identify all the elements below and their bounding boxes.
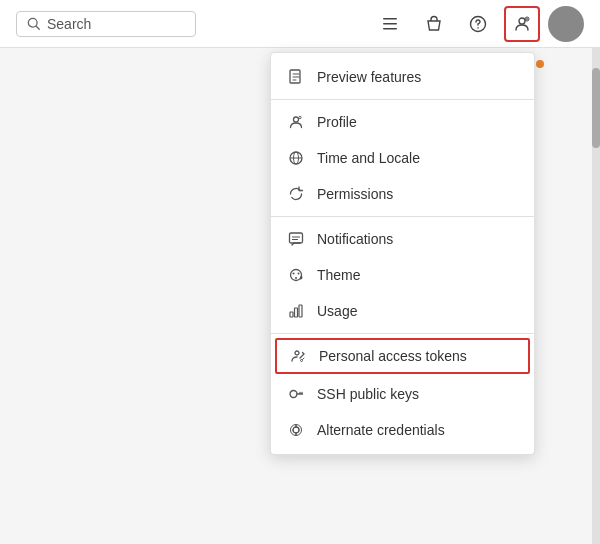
- refresh-icon: [287, 185, 305, 203]
- svg-point-7: [519, 18, 525, 24]
- person-icon: [287, 113, 305, 131]
- dropdown-item-alternate-credentials[interactable]: Alternate credentials: [271, 412, 534, 448]
- shopping-bag-icon: [425, 15, 443, 33]
- svg-line-29: [303, 358, 305, 360]
- ssh-public-keys-label: SSH public keys: [317, 386, 419, 402]
- divider-2: [271, 216, 534, 217]
- dropdown-item-ssh-public-keys[interactable]: SSH public keys: [271, 376, 534, 412]
- help-icon: [469, 15, 487, 33]
- profile-label: Profile: [317, 114, 357, 130]
- dropdown-item-notifications[interactable]: Notifications: [271, 221, 534, 257]
- key-person-icon: [289, 347, 307, 365]
- svg-rect-26: [299, 305, 302, 317]
- svg-point-22: [298, 273, 300, 275]
- bag-icon-button[interactable]: [416, 6, 452, 42]
- content-area: Preview features Profile: [0, 48, 600, 544]
- user-settings-icon-button[interactable]: [504, 6, 540, 42]
- user-settings-icon: [513, 15, 531, 33]
- scrollbar-track[interactable]: [592, 48, 600, 544]
- time-locale-label: Time and Locale: [317, 150, 420, 166]
- palette-icon: [287, 266, 305, 284]
- svg-rect-24: [290, 312, 293, 317]
- search-icon: [27, 17, 41, 31]
- divider-3: [271, 333, 534, 334]
- alternate-credentials-label: Alternate credentials: [317, 422, 445, 438]
- lock-icon: [287, 421, 305, 439]
- notification-dot: [536, 60, 544, 68]
- list-icon-button[interactable]: [372, 6, 408, 42]
- dropdown-item-personal-access-tokens[interactable]: Personal access tokens: [275, 338, 530, 374]
- help-icon-button[interactable]: [460, 6, 496, 42]
- svg-rect-17: [290, 233, 303, 243]
- svg-point-12: [294, 117, 299, 122]
- svg-rect-25: [295, 308, 298, 317]
- bar-chart-icon: [287, 302, 305, 320]
- dropdown-item-preview-features[interactable]: Preview features: [271, 59, 534, 95]
- scrollbar-thumb[interactable]: [592, 68, 600, 148]
- doc-icon: [287, 68, 305, 86]
- svg-point-13: [299, 116, 301, 118]
- preview-features-label: Preview features: [317, 69, 421, 85]
- dropdown-item-usage[interactable]: Usage: [271, 293, 534, 329]
- personal-access-tokens-label: Personal access tokens: [319, 348, 467, 364]
- comment-icon: [287, 230, 305, 248]
- dropdown-item-time-locale[interactable]: Time and Locale: [271, 140, 534, 176]
- search-label: Search: [47, 16, 91, 32]
- divider-1: [271, 99, 534, 100]
- search-box[interactable]: Search: [16, 11, 196, 37]
- theme-label: Theme: [317, 267, 361, 283]
- list-icon: [381, 15, 399, 33]
- topbar: Search: [0, 0, 600, 48]
- svg-line-1: [36, 26, 39, 29]
- svg-rect-3: [383, 23, 397, 25]
- usage-label: Usage: [317, 303, 357, 319]
- svg-point-23: [295, 277, 297, 279]
- svg-point-6: [477, 27, 479, 29]
- svg-point-27: [295, 351, 299, 355]
- dropdown-item-theme[interactable]: Theme: [271, 257, 534, 293]
- user-dropdown-menu: Preview features Profile: [270, 52, 535, 455]
- svg-rect-4: [383, 28, 397, 30]
- svg-point-21: [293, 273, 295, 275]
- globe-icon: [287, 149, 305, 167]
- topbar-icons: [372, 6, 584, 42]
- dropdown-item-permissions[interactable]: Permissions: [271, 176, 534, 212]
- avatar[interactable]: [548, 6, 584, 42]
- svg-rect-2: [383, 18, 397, 20]
- permissions-label: Permissions: [317, 186, 393, 202]
- key-icon: [287, 385, 305, 403]
- svg-point-30: [290, 391, 297, 398]
- notifications-label: Notifications: [317, 231, 393, 247]
- dropdown-item-profile[interactable]: Profile: [271, 104, 534, 140]
